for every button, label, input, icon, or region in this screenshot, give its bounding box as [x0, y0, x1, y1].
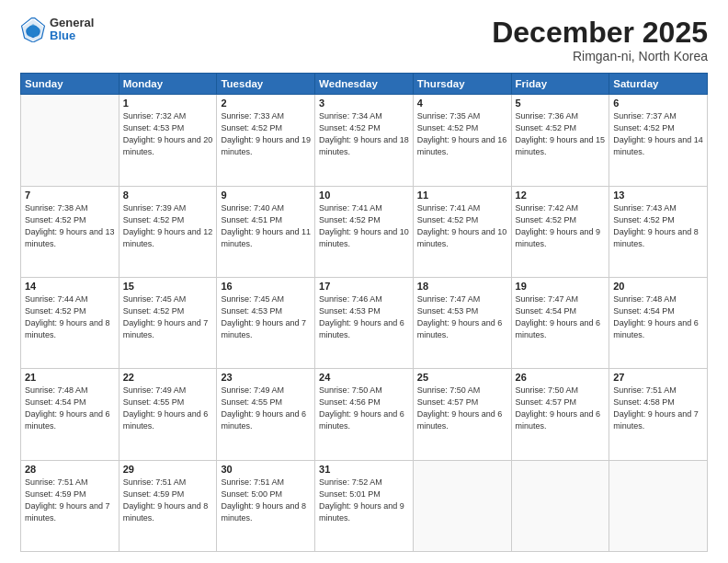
sunrise-label: Sunrise: 7:42 AM — [516, 203, 579, 213]
sunset-label: Sunset: 4:52 PM — [417, 215, 479, 224]
daylight-label: Daylight: 9 hours and 7 minutes. — [25, 501, 110, 523]
sunrise-label: Sunrise: 7:47 AM — [417, 294, 481, 304]
sunrise-label: Sunrise: 7:50 AM — [516, 385, 579, 395]
table-row: 12Sunrise: 7:42 AMSunset: 4:52 PMDayligh… — [511, 186, 609, 277]
calendar-week-row: 1Sunrise: 7:32 AMSunset: 4:53 PMDaylight… — [21, 95, 708, 186]
table-row: 4Sunrise: 7:35 AMSunset: 4:52 PMDaylight… — [413, 95, 511, 186]
sunrise-label: Sunrise: 7:48 AM — [25, 385, 88, 395]
day-info: Sunrise: 7:50 AMSunset: 4:57 PMDaylight:… — [417, 385, 507, 432]
sunrise-label: Sunrise: 7:49 AM — [123, 385, 187, 395]
calendar-week-row: 14Sunrise: 7:44 AMSunset: 4:52 PMDayligh… — [21, 277, 708, 368]
day-number: 23 — [221, 372, 311, 383]
logo: General Blue — [20, 17, 94, 43]
location: Rimgan-ni, North Korea — [492, 49, 708, 63]
table-row: 21Sunrise: 7:48 AMSunset: 4:54 PMDayligh… — [21, 369, 119, 460]
table-row: 3Sunrise: 7:34 AMSunset: 4:52 PMDaylight… — [315, 95, 414, 186]
day-number: 18 — [417, 281, 507, 292]
day-info: Sunrise: 7:48 AMSunset: 4:54 PMDaylight:… — [25, 385, 115, 432]
table-row: 23Sunrise: 7:49 AMSunset: 4:55 PMDayligh… — [217, 369, 315, 460]
daylight-label: Daylight: 9 hours and 9 minutes. — [516, 227, 601, 248]
day-info: Sunrise: 7:50 AMSunset: 4:56 PMDaylight:… — [319, 385, 409, 432]
sunset-label: Sunset: 4:52 PM — [221, 123, 282, 132]
daylight-label: Daylight: 9 hours and 10 minutes. — [319, 227, 409, 248]
sunset-label: Sunset: 4:53 PM — [221, 306, 282, 316]
sunrise-label: Sunrise: 7:39 AM — [123, 203, 187, 213]
day-number: 21 — [25, 372, 115, 383]
header: General Blue December 2025 Rimgan-ni, No… — [20, 17, 708, 63]
logo-general: General — [50, 17, 94, 29]
day-number: 26 — [516, 372, 606, 383]
daylight-label: Daylight: 9 hours and 19 minutes. — [221, 135, 311, 156]
daylight-label: Daylight: 9 hours and 6 minutes. — [25, 409, 110, 431]
daylight-label: Daylight: 9 hours and 11 minutes. — [221, 227, 311, 248]
table-row — [609, 460, 708, 551]
sunrise-label: Sunrise: 7:48 AM — [613, 294, 677, 304]
day-info: Sunrise: 7:51 AMSunset: 5:00 PMDaylight:… — [221, 477, 311, 524]
sunset-label: Sunset: 4:52 PM — [319, 215, 381, 224]
table-row: 10Sunrise: 7:41 AMSunset: 4:52 PMDayligh… — [315, 186, 414, 277]
table-row: 6Sunrise: 7:37 AMSunset: 4:52 PMDaylight… — [609, 95, 708, 186]
day-number: 13 — [613, 190, 703, 201]
daylight-label: Daylight: 9 hours and 6 minutes. — [417, 318, 503, 339]
day-number: 8 — [123, 190, 213, 201]
day-number: 15 — [123, 281, 213, 292]
sunset-label: Sunset: 4:55 PM — [221, 397, 282, 407]
sunrise-label: Sunrise: 7:51 AM — [221, 477, 284, 487]
col-thursday: Thursday — [413, 74, 511, 95]
sunset-label: Sunset: 4:53 PM — [123, 123, 185, 132]
sunset-label: Sunset: 4:51 PM — [221, 215, 282, 224]
sunset-label: Sunset: 4:57 PM — [516, 397, 577, 407]
daylight-label: Daylight: 9 hours and 8 minutes. — [123, 501, 209, 523]
daylight-label: Daylight: 9 hours and 8 minutes. — [25, 318, 110, 339]
table-row: 25Sunrise: 7:50 AMSunset: 4:57 PMDayligh… — [413, 369, 511, 460]
col-sunday: Sunday — [21, 74, 119, 95]
table-row: 19Sunrise: 7:47 AMSunset: 4:54 PMDayligh… — [511, 277, 609, 368]
month-title: December 2025 — [492, 17, 708, 49]
day-info: Sunrise: 7:38 AMSunset: 4:52 PMDaylight:… — [25, 202, 115, 250]
day-info: Sunrise: 7:46 AMSunset: 4:53 PMDaylight:… — [319, 293, 409, 341]
daylight-label: Daylight: 9 hours and 20 minutes. — [123, 135, 213, 156]
calendar-week-row: 7Sunrise: 7:38 AMSunset: 4:52 PMDaylight… — [21, 186, 708, 277]
daylight-label: Daylight: 9 hours and 7 minutes. — [221, 318, 306, 339]
sunset-label: Sunset: 4:57 PM — [417, 397, 479, 407]
sunset-label: Sunset: 5:00 PM — [221, 489, 282, 499]
day-info: Sunrise: 7:41 AMSunset: 4:52 PMDaylight:… — [319, 202, 409, 250]
day-number: 28 — [25, 464, 115, 475]
table-row: 8Sunrise: 7:39 AMSunset: 4:52 PMDaylight… — [119, 186, 217, 277]
table-row: 18Sunrise: 7:47 AMSunset: 4:53 PMDayligh… — [413, 277, 511, 368]
daylight-label: Daylight: 9 hours and 6 minutes. — [319, 318, 404, 339]
daylight-label: Daylight: 9 hours and 8 minutes. — [221, 501, 306, 523]
day-number: 6 — [613, 98, 703, 109]
day-number: 5 — [516, 98, 606, 109]
table-row: 29Sunrise: 7:51 AMSunset: 4:59 PMDayligh… — [119, 460, 217, 551]
daylight-label: Daylight: 9 hours and 13 minutes. — [25, 227, 115, 248]
sunrise-label: Sunrise: 7:40 AM — [221, 203, 284, 213]
table-row — [21, 95, 119, 186]
sunrise-label: Sunrise: 7:51 AM — [123, 477, 187, 487]
sunrise-label: Sunrise: 7:50 AM — [417, 385, 481, 395]
day-number: 7 — [25, 190, 115, 201]
day-info: Sunrise: 7:37 AMSunset: 4:52 PMDaylight:… — [613, 110, 703, 158]
daylight-label: Daylight: 9 hours and 9 minutes. — [319, 501, 404, 523]
sunrise-label: Sunrise: 7:45 AM — [123, 294, 187, 304]
daylight-label: Daylight: 9 hours and 16 minutes. — [417, 135, 507, 156]
day-number: 27 — [613, 372, 703, 383]
sunset-label: Sunset: 4:56 PM — [319, 397, 381, 407]
sunrise-label: Sunrise: 7:43 AM — [613, 203, 677, 213]
col-tuesday: Tuesday — [217, 74, 315, 95]
sunset-label: Sunset: 4:52 PM — [516, 123, 577, 132]
table-row: 24Sunrise: 7:50 AMSunset: 4:56 PMDayligh… — [315, 369, 414, 460]
table-row: 28Sunrise: 7:51 AMSunset: 4:59 PMDayligh… — [21, 460, 119, 551]
daylight-label: Daylight: 9 hours and 6 minutes. — [221, 409, 306, 431]
table-row — [413, 460, 511, 551]
sunrise-label: Sunrise: 7:52 AM — [319, 477, 382, 487]
day-info: Sunrise: 7:52 AMSunset: 5:01 PMDaylight:… — [319, 477, 409, 524]
daylight-label: Daylight: 9 hours and 6 minutes. — [516, 409, 601, 431]
calendar-header-row: Sunday Monday Tuesday Wednesday Thursday… — [21, 74, 708, 95]
logo-blue: Blue — [50, 29, 94, 42]
sunrise-label: Sunrise: 7:41 AM — [417, 203, 481, 213]
sunset-label: Sunset: 4:52 PM — [417, 123, 479, 132]
day-info: Sunrise: 7:36 AMSunset: 4:52 PMDaylight:… — [516, 110, 606, 158]
sunset-label: Sunset: 4:52 PM — [319, 123, 381, 132]
table-row: 20Sunrise: 7:48 AMSunset: 4:54 PMDayligh… — [609, 277, 708, 368]
